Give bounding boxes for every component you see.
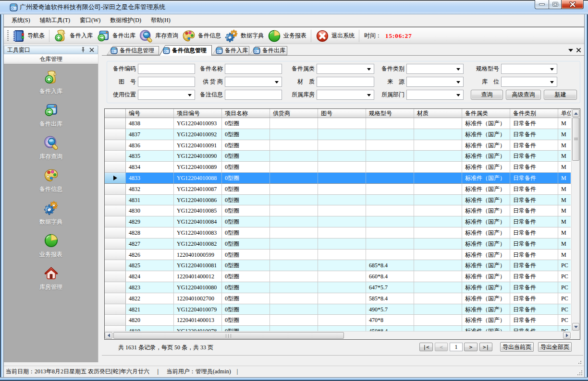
table-row[interactable]: 4819YG122040100780型圈450*8.4标准件（国产）日常备件PC: [105, 326, 571, 331]
horizontal-scrollbar[interactable]: [105, 331, 571, 339]
tab-3[interactable]: 备件入库: [212, 46, 249, 55]
row-selector-cell[interactable]: [105, 129, 126, 140]
tab-2[interactable]: 备件信息管理: [159, 45, 212, 56]
menu-item-3[interactable]: 窗口(W): [75, 15, 105, 26]
table-row[interactable]: 4838YG122040100930型圈标准件（国产）日常备件M: [105, 118, 571, 129]
sidebar-item-1[interactable]: 备件入库: [4, 70, 98, 95]
row-selector-cell[interactable]: [105, 271, 126, 282]
sidebar-item-7[interactable]: 库房管理: [4, 266, 98, 291]
scroll-left-icon[interactable]: [105, 332, 112, 339]
row-selector-cell[interactable]: [105, 151, 126, 162]
toolbar-button-4[interactable]: 库存查询: [137, 29, 180, 43]
select-field-14[interactable]: [406, 90, 464, 100]
menu-item-1[interactable]: 系统(S): [7, 15, 35, 26]
row-selector-cell[interactable]: [105, 205, 126, 216]
vertical-scrollbar[interactable]: [571, 109, 580, 339]
toolbar-button-2[interactable]: 备件入库: [52, 29, 95, 43]
close-icon[interactable]: [89, 47, 95, 53]
row-selector-cell[interactable]: [105, 326, 126, 331]
last-page-button[interactable]: >|: [479, 343, 492, 351]
table-row[interactable]: 4832YG122040100870型圈标准件（国产）日常备件M: [105, 184, 571, 195]
table-row[interactable]: 4834YG122040100890型圈标准件（国产）日常备件M: [105, 162, 571, 173]
row-selector-cell[interactable]: [105, 293, 126, 304]
select-field-10[interactable]: [501, 77, 557, 87]
pin-icon[interactable]: [80, 47, 86, 53]
tab-4[interactable]: 备件出库: [249, 46, 287, 55]
sidebar-item-2[interactable]: 备件出库: [4, 103, 98, 128]
tab-close-icon[interactable]: [576, 47, 582, 53]
table-header-3[interactable]: 项目名称: [222, 109, 270, 118]
table-header-10[interactable]: 单位: [558, 109, 571, 118]
table-row[interactable]: 4831YG122040100860型圈标准件（国产）日常备件M: [105, 195, 571, 206]
table-header-8[interactable]: 备件属类: [462, 109, 510, 118]
minimize-button[interactable]: [535, 0, 549, 9]
table-row[interactable]: 482012204014000130型圈470*8标准件（国产）日常备件PC: [105, 315, 571, 326]
table-row[interactable]: 4835YG122040100900型圈标准件（国产）日常备件M: [105, 151, 571, 162]
toolbar-button-8[interactable]: 退出系统: [314, 29, 356, 43]
table-header-7[interactable]: 材质: [414, 109, 462, 118]
prev-page-button[interactable]: <: [435, 343, 448, 351]
menu-item-4[interactable]: 数据维护(D): [105, 15, 146, 26]
sidebar-item-4[interactable]: 备件信息: [4, 168, 98, 193]
close-button[interactable]: [562, 0, 584, 9]
table-header-6[interactable]: 规格型号: [366, 109, 414, 118]
table-row[interactable]: 482212204010027000型圈585*8.4标准件（国产）日常备件PC: [105, 293, 571, 304]
toolbar-button-6[interactable]: 数据字典: [223, 29, 266, 43]
toolbar-button-5[interactable]: 备件信息: [180, 29, 223, 43]
export-current-page-button[interactable]: 导出当前页: [500, 342, 534, 352]
table-header-4[interactable]: 供货商: [270, 109, 318, 118]
sidebar-item-3[interactable]: 库存查询: [4, 135, 98, 161]
row-selector-cell[interactable]: [105, 282, 126, 293]
row-selector-cell[interactable]: [105, 260, 126, 271]
row-selector-cell[interactable]: [105, 238, 126, 250]
row-selector-cell[interactable]: [105, 162, 126, 173]
toolbar-button-3[interactable]: 备件出库: [95, 29, 137, 43]
row-selector-cell[interactable]: [105, 184, 126, 195]
table-row[interactable]: 4821YG122040100790型圈490*5.7标准件（国产）日常备件PC: [105, 304, 571, 315]
sidebar-item-6[interactable]: 业务报表: [4, 233, 98, 259]
row-selector-cell[interactable]: [105, 140, 126, 151]
table-row[interactable]: 4836YG122040100910型圈标准件（国产）日常备件M: [105, 140, 571, 151]
search-button[interactable]: 查询: [471, 90, 503, 100]
row-selector-cell[interactable]: [105, 118, 126, 129]
table-row[interactable]: 4823YG122040100800型圈647*5.7标准件（国产）日常备件PC: [105, 282, 571, 293]
table-row[interactable]: 4828YG122040100830型圈标准件（国产）日常备件M: [105, 227, 571, 238]
sidebar-item-5[interactable]: 数据字典: [4, 201, 98, 226]
table-row[interactable]: 4827YG122040100820型圈标准件（国产）日常备件M: [105, 238, 571, 250]
page-number-input[interactable]: [450, 343, 463, 351]
row-selector-cell[interactable]: [105, 227, 126, 238]
warehouse-group-caption[interactable]: 仓库管理: [4, 54, 98, 64]
tab-1[interactable]: 备件信息管理: [107, 46, 159, 55]
row-selector-cell[interactable]: [105, 304, 126, 315]
table-row[interactable]: 482612204010005990型圈标准件（国产）日常备件M: [105, 250, 571, 261]
resize-grip-icon[interactable]: [576, 359, 581, 364]
row-selector-cell[interactable]: [105, 250, 126, 261]
menu-item-2[interactable]: 辅助工具(T): [35, 15, 75, 26]
scroll-up-icon[interactable]: [572, 109, 579, 117]
table-row[interactable]: 4830YG122040100850型圈标准件（国产）日常备件M: [105, 205, 571, 216]
row-selector-cell[interactable]: [105, 173, 126, 184]
select-field-4[interactable]: [406, 64, 464, 74]
table-header-5[interactable]: 图号: [318, 109, 366, 118]
table-header-1[interactable]: 编号: [126, 109, 174, 118]
row-selector-cell[interactable]: [105, 315, 126, 326]
scroll-right-icon[interactable]: [563, 332, 571, 339]
vertical-scrollbar-thumb[interactable]: [572, 118, 579, 161]
export-all-pages-button[interactable]: 导出全部页: [538, 342, 572, 352]
maximize-button[interactable]: [549, 0, 562, 9]
table-row[interactable]: 482412204014000120型圈660*8.4标准件（国产）日常备件PC: [105, 271, 571, 282]
table-header-2[interactable]: 项目编号: [174, 109, 222, 118]
menu-item-5[interactable]: 帮助(H): [146, 15, 175, 26]
table-row[interactable]: 4825YG122040100810型圈685*8.4标准件（国产）日常备件PC: [105, 260, 571, 271]
table-header-9[interactable]: 备件类别: [510, 109, 558, 118]
tab-list-dropdown-icon[interactable]: [567, 47, 574, 53]
row-selector-cell[interactable]: [105, 216, 126, 227]
scroll-down-icon[interactable]: [572, 323, 579, 331]
table-row[interactable]: 4833YG122040100880型圈标准件（国产）日常备件M: [105, 173, 571, 184]
row-selector-cell[interactable]: [105, 195, 126, 206]
table-row[interactable]: 4837YG122040100920型圈标准件（国产）日常备件M: [105, 129, 571, 140]
statusbar-resize-grip-icon[interactable]: [577, 370, 582, 375]
toolbar-grip[interactable]: [7, 30, 9, 42]
toolbar-button-7[interactable]: 业务报表: [266, 29, 308, 43]
select-field-5[interactable]: [501, 64, 557, 74]
